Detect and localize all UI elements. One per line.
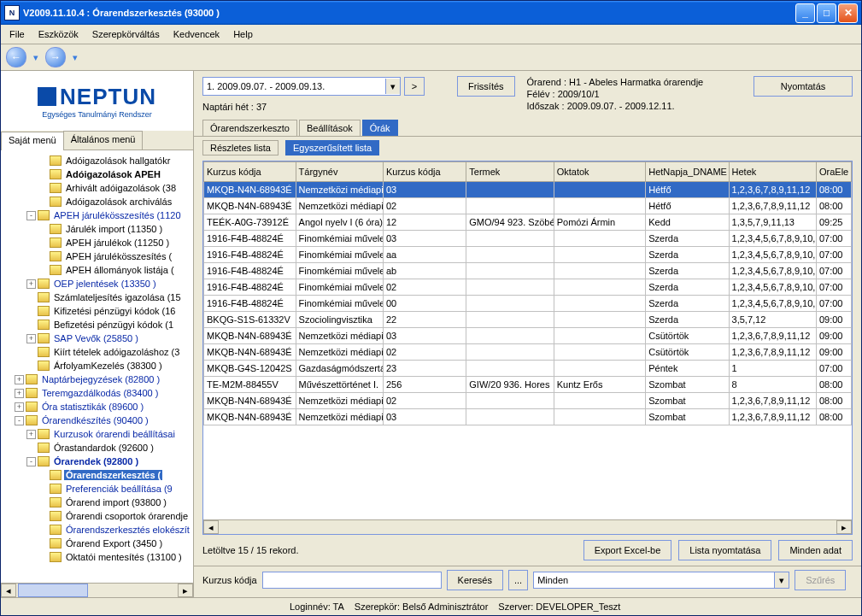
tab-settings[interactable]: Beállítások <box>299 120 361 136</box>
column-header[interactable]: Hetek <box>729 162 816 182</box>
scroll-right-icon[interactable]: ▸ <box>178 584 193 597</box>
menu-tools[interactable]: Eszközök <box>33 27 84 41</box>
tree-expander[interactable]: + <box>26 279 36 289</box>
all-data-button[interactable]: Minden adat <box>778 540 853 560</box>
tree-expander[interactable]: + <box>26 334 36 343</box>
tree-item[interactable]: -Órarendkészítés (90400 ) <box>3 414 191 427</box>
tree-item[interactable]: Adóigazolások archiválás <box>3 195 191 208</box>
subtab-simple[interactable]: Egyszerűsített lista <box>285 140 379 155</box>
tree-expander[interactable]: - <box>26 457 36 466</box>
tree-item[interactable]: Adóigazolások hallgatókr <box>3 154 191 167</box>
menu-role[interactable]: Szerepkörváltás <box>87 27 165 41</box>
tab-own-menu[interactable]: Saját menü <box>1 132 64 150</box>
tree-item[interactable]: Órarend import (93800 ) <box>3 496 191 509</box>
table-row[interactable]: MKQB-N4N-68943ÉNemzetközi médiapia02Szom… <box>204 393 852 409</box>
maximize-button[interactable]: □ <box>817 3 836 23</box>
tree-item[interactable]: ÁrfolyamKezelés (38300 ) <box>3 359 191 373</box>
table-row[interactable]: MKQB-G4S-12042SGazdaságmódszertá23Péntek… <box>204 361 852 377</box>
tree-item[interactable]: Oktatói mentesítés (13100 ) <box>3 550 191 564</box>
table-row[interactable]: 1916-F4B-48824ÉFinomkémiai műveleaaSzerd… <box>204 247 852 263</box>
menu-fav[interactable]: Kedvencek <box>168 27 225 41</box>
tree-item[interactable]: Órarend Export (3450 ) <box>3 537 191 550</box>
tree-expander[interactable]: - <box>15 416 24 425</box>
tree-item[interactable]: Kifizetési pénzügyi kódok (16 <box>3 304 191 318</box>
tree-item[interactable]: Befizetési pénzügyi kódok (1 <box>3 318 191 331</box>
table-row[interactable]: TE-M2M-88455VMűvészettörténet I.256GIW/2… <box>204 377 852 393</box>
tab-classes[interactable]: Órák <box>362 120 398 136</box>
tree-item[interactable]: +Kurzusok órarendi beállításai <box>3 427 191 441</box>
column-header[interactable]: HetNapja_DNAME <box>646 162 729 182</box>
tree-item[interactable]: Órastandardok (92600 ) <box>3 441 191 455</box>
table-row[interactable]: BKQG-S1S-61332VSzociolingvisztika22Szerd… <box>204 312 852 328</box>
list-print-button[interactable]: Lista nyomtatása <box>678 540 771 560</box>
table-row[interactable]: 1916-F4B-48824ÉFinomkémiai művele02Szerd… <box>204 279 852 296</box>
scroll-left-icon[interactable]: ◂ <box>1 584 16 597</box>
table-row[interactable]: MKQB-N4N-68943ÉNemzetközi médiapia03Hétf… <box>204 182 852 198</box>
tree-item[interactable]: APEH állományok listája ( <box>3 263 191 277</box>
nav-back-dropdown[interactable]: ▾ <box>32 53 40 62</box>
tree-item[interactable]: Kiírt tételek adóigazoláshoz (3 <box>3 345 191 359</box>
column-header[interactable]: OraEle <box>816 162 851 182</box>
search-button[interactable]: Keresés <box>447 570 503 590</box>
minimize-button[interactable]: _ <box>795 3 815 23</box>
grid-scroll-right-icon[interactable]: ▸ <box>836 520 852 534</box>
tree-item[interactable]: +Naptárbejegyzések (82800 ) <box>3 373 191 386</box>
tree-expander[interactable]: + <box>15 389 24 398</box>
tree-item[interactable]: Órarendi csoportok órarendje <box>3 509 191 523</box>
column-header[interactable]: Tárgynév <box>296 162 383 182</box>
menu-file[interactable]: File <box>4 27 30 41</box>
nav-fwd-dropdown[interactable]: ▾ <box>71 53 79 62</box>
column-header[interactable]: Kurzus kódja <box>383 162 466 182</box>
tree-item[interactable]: Órarendszerkesztés elokészít <box>3 523 191 537</box>
tree-item[interactable]: Órarendszerkesztés ( <box>3 468 191 482</box>
go-button[interactable]: > <box>404 77 425 96</box>
nav-tree[interactable]: Adóigazolások hallgatókrAdóigazolások AP… <box>1 150 193 583</box>
refresh-button[interactable]: Frissítés <box>457 76 515 97</box>
chevron-down-icon[interactable]: ▾ <box>774 572 789 588</box>
nav-fwd-button[interactable]: → <box>45 47 66 67</box>
tree-hscrollbar[interactable]: ◂ ▸ <box>1 583 193 597</box>
subtab-detailed[interactable]: Részletes lista <box>202 140 279 155</box>
tree-item[interactable]: Járulék import (11350 ) <box>3 222 191 236</box>
tab-general-menu[interactable]: Általános menü <box>63 131 144 150</box>
column-header[interactable]: Kurzus kódja <box>204 162 296 182</box>
search-input[interactable] <box>262 572 442 589</box>
nav-back-button[interactable]: ← <box>6 47 26 67</box>
filter-button[interactable]: Szűrés <box>795 570 846 590</box>
table-row[interactable]: 1916-F4B-48824ÉFinomkémiai művele00Szerd… <box>204 296 852 312</box>
scroll-thumb[interactable] <box>18 584 88 597</box>
tree-item[interactable]: Preferenciák beállítása (9 <box>3 482 191 496</box>
column-header[interactable]: Termek <box>466 162 554 182</box>
table-row[interactable]: MKQB-N4N-68943ÉNemzetközi médiapia03Csüt… <box>204 328 852 344</box>
table-row[interactable]: MKQB-N4N-68943ÉNemzetközi médiapia02Hétf… <box>204 198 852 214</box>
tree-expander[interactable]: - <box>26 211 36 220</box>
tree-item[interactable]: -APEH járulékösszesítés (1120 <box>3 208 191 222</box>
column-header[interactable]: Oktatok <box>554 162 646 182</box>
tree-item[interactable]: +OEP jelentések (13350 ) <box>3 277 191 290</box>
tree-item[interactable]: Számlateljesítés igazolása (15 <box>3 290 191 304</box>
tree-expander[interactable]: + <box>26 430 36 439</box>
tree-item[interactable]: APEH járulékok (11250 ) <box>3 236 191 249</box>
table-row[interactable]: MKQB-N4N-68943ÉNemzetközi médiapia02Csüt… <box>204 344 852 361</box>
tree-expander[interactable]: + <box>15 402 24 412</box>
week-select[interactable]: 1. 2009.09.07. - 2009.09.13. ▾ <box>202 77 401 96</box>
tree-expander[interactable]: + <box>15 375 24 384</box>
tab-editor[interactable]: Órarendszerkeszto <box>202 120 297 136</box>
tree-item[interactable]: APEH járulékösszesítés ( <box>3 249 191 263</box>
export-excel-button[interactable]: Export Excel-be <box>583 540 672 560</box>
tree-item[interactable]: Adóigazolások APEH <box>3 167 191 181</box>
tree-item[interactable]: +Óra statisztikák (89600 ) <box>3 400 191 414</box>
close-button[interactable]: ✕ <box>838 3 858 23</box>
table-row[interactable]: TEÉK-A0G-73912ÉAngol nyelv I (6 óra)12GM… <box>204 214 852 231</box>
search-more-button[interactable]: ... <box>508 570 528 590</box>
tree-item[interactable]: +SAP Vevők (25850 ) <box>3 331 191 345</box>
table-row[interactable]: 1916-F4B-48824ÉFinomkémiai művele03Szerd… <box>204 231 852 247</box>
chevron-down-icon[interactable]: ▾ <box>385 79 400 94</box>
tree-item[interactable]: -Órarendek (92800 ) <box>3 455 191 468</box>
grid-hscrollbar[interactable]: ◂ ▸ <box>203 519 852 534</box>
tree-item[interactable]: Arhivált adóigazolások (38 <box>3 181 191 195</box>
menu-help[interactable]: Help <box>228 27 258 41</box>
grid-scroll-left-icon[interactable]: ◂ <box>203 520 219 534</box>
table-row[interactable]: MKQB-N4N-68943ÉNemzetközi médiapia03Szom… <box>204 409 852 425</box>
filter-combo[interactable]: Minden ▾ <box>533 572 789 589</box>
